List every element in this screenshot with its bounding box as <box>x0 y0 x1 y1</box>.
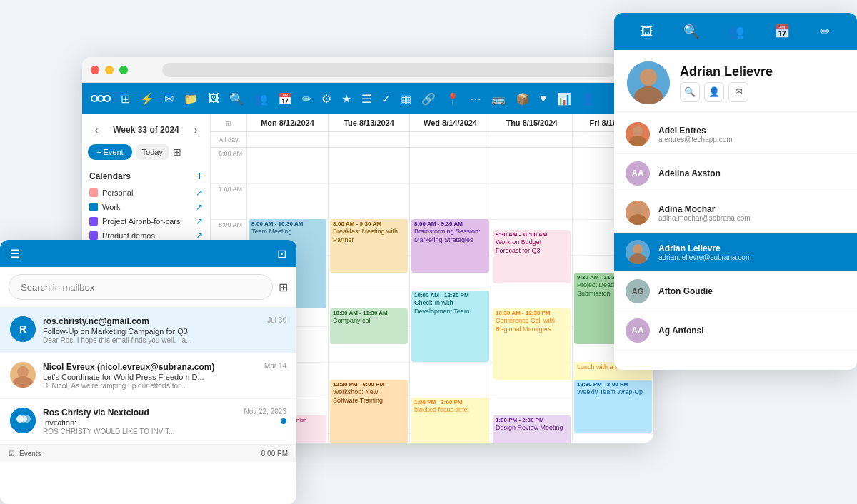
work-calendar-link[interactable]: ↗ <box>196 202 203 212</box>
email-item-2[interactable]: Nicol Evreux (nicol.evreux@subrana.com) … <box>0 353 296 399</box>
event-workshop[interactable]: 12:30 PM - 6:00 PM Workshop: New Softwar… <box>330 380 408 443</box>
day-column-wed: 8:00 AM - 9:30 AM Brainstorming Session:… <box>409 148 491 443</box>
email-menu-icon[interactable]: ☰ <box>7 244 23 263</box>
prev-week-button[interactable]: ‹ <box>89 123 104 137</box>
toolbar-contacts-icon[interactable]: 👥 <box>254 92 268 106</box>
product-calendar-check[interactable] <box>89 231 98 240</box>
event-company-call[interactable]: 10:30 AM - 11:30 AM Company call <box>330 308 408 344</box>
contact-info-adina: Adina Mochar adina.mochar@sobrana.com <box>658 204 846 222</box>
contact-item-ag[interactable]: AA Ag Anfonsi <box>614 311 857 351</box>
svg-point-0 <box>17 366 29 378</box>
address-bar <box>162 63 616 77</box>
toolbar-apps-icon[interactable]: ⊞ <box>121 92 130 106</box>
toolbar-box-icon[interactable]: 📦 <box>516 92 530 106</box>
toolbar-link-icon[interactable]: 🔗 <box>421 92 436 106</box>
email-meta-3: Nov 22, 2023 <box>244 408 287 424</box>
toolbar-calendar-icon[interactable]: 📅 <box>278 92 292 106</box>
all-day-cell-tue[interactable] <box>328 132 409 147</box>
all-day-cell-wed[interactable] <box>409 132 491 147</box>
event-brainstorming[interactable]: 8:00 AM - 9:30 AM Brainstorming Session:… <box>411 219 489 273</box>
toolbar-tasks-icon[interactable]: ⚙ <box>321 92 331 106</box>
today-button[interactable]: Today <box>136 144 169 160</box>
event-budget-forecast[interactable]: 8:30 AM - 10:00 AM Work on Budget Foreca… <box>493 230 571 283</box>
toolbar-mail-icon[interactable]: ✉ <box>164 92 174 106</box>
contact-actions: 🔍 👤 ✉ <box>680 82 773 102</box>
contact-item-adelina[interactable]: AA Adelina Axston <box>614 154 857 193</box>
day-header-mon: Mon 8/12/2024 <box>246 114 328 131</box>
contacts-people-icon[interactable]: 👥 <box>728 24 744 39</box>
toolbar-bus-icon[interactable]: 🚌 <box>491 92 506 106</box>
email-meta-1: Jul 30 <box>267 316 286 324</box>
toolbar-search-icon[interactable]: 🔍 <box>229 92 244 106</box>
contact-search-button[interactable]: 🔍 <box>680 82 700 102</box>
email-search-input[interactable] <box>9 274 273 300</box>
email-avatar-3 <box>10 408 36 433</box>
project-calendar-check[interactable] <box>89 217 98 226</box>
toolbar-more-icon[interactable]: ⋯ <box>470 92 481 106</box>
product-calendar-link[interactable]: ↗ <box>196 231 203 241</box>
event-conference-call[interactable]: 10:30 AM - 12:30 PM Conference Call with… <box>493 308 571 380</box>
email-item-1[interactable]: R ros.christy.nc@gmail.com Follow-Up on … <box>0 308 296 353</box>
toolbar-files-icon[interactable]: 📁 <box>184 92 198 106</box>
all-day-cell-thu[interactable] <box>491 132 572 147</box>
toolbar-user-icon[interactable]: 👤 <box>581 92 596 106</box>
calendar-day-headers: ⊞ Mon 8/12/2024 Tue 8/13/2024 Wed 8/14/2… <box>211 114 653 132</box>
email-subject-3: Invitation: <box>43 418 237 427</box>
contact-item-adina[interactable]: Adina Mochar adina.mochar@sobrana.com <box>614 193 857 233</box>
logo-circle-3 <box>104 95 111 102</box>
email-search-bar: ⊞ <box>0 267 296 308</box>
day-column-tue: 8:00 AM - 9:30 AM Breakfast Meeting with… <box>328 148 409 443</box>
contact-email-button[interactable]: ✉ <box>728 82 748 102</box>
svg-point-17 <box>633 244 643 254</box>
event-breakfast-meeting[interactable]: 8:00 AM - 9:30 AM Breakfast Meeting with… <box>330 219 408 273</box>
close-dot[interactable] <box>91 66 99 74</box>
personal-calendar-check[interactable] <box>89 188 98 197</box>
view-toggle-button[interactable]: ⊞ <box>173 146 181 158</box>
maximize-dot[interactable] <box>119 66 128 74</box>
new-event-button[interactable]: + Event <box>88 144 132 160</box>
contact-name: Adrian Lelievre <box>680 64 773 79</box>
event-checkin-dev[interactable]: 10:00 AM - 12:30 PM Check-In with Develo… <box>411 291 489 362</box>
toolbar-location-icon[interactable]: 📍 <box>446 92 460 106</box>
contacts-photos-icon[interactable]: 🖼 <box>641 24 653 39</box>
toolbar-photos-icon[interactable]: 🖼 <box>208 92 219 105</box>
work-calendar-check[interactable] <box>89 203 98 211</box>
toolbar-list-icon[interactable]: ☰ <box>361 92 371 106</box>
next-week-button[interactable]: › <box>189 123 203 137</box>
event-weekly-wrapup[interactable]: 12:30 PM - 3:00 PM Weekly Team Wrap-Up <box>574 380 652 433</box>
email-subject-1: Follow-Up on Marketing Campaign for Q3 <box>43 327 260 336</box>
email-from-2: Nicol Evreux (nicol.evreux@subrana.com) <box>43 362 257 372</box>
email-filter-icon[interactable]: ⊞ <box>279 281 288 294</box>
email-expand-icon[interactable]: ⊡ <box>274 244 289 263</box>
contact-item-adrian[interactable]: Adrian Lelievre adrian.lelievre@subrana.… <box>614 233 857 272</box>
all-day-cell-mon[interactable] <box>246 132 328 147</box>
contact-avatar-adina <box>626 201 650 225</box>
email-meta-2: Mar 14 <box>264 362 286 370</box>
toolbar-edit-icon[interactable]: ✏ <box>302 92 311 106</box>
contact-item-adel[interactable]: Adel Entres a.entres@techapp.com <box>614 115 857 154</box>
email-unread-dot <box>281 418 286 424</box>
contact-avatar-adrian <box>626 240 650 264</box>
personal-calendar-link[interactable]: ↗ <box>196 188 203 198</box>
toolbar-chart-icon[interactable]: 📊 <box>557 92 571 106</box>
project-calendar-link[interactable]: ↗ <box>196 216 203 226</box>
toolbar-check-icon[interactable]: ✓ <box>381 92 391 106</box>
event-blocked-focus[interactable]: 1:00 PM - 3:00 PM blocked focus time! <box>411 398 489 443</box>
contacts-edit-icon[interactable]: ✏ <box>820 24 831 39</box>
email-item-3[interactable]: Ros Christy via Nextcloud Invitation: RO… <box>0 399 296 445</box>
contact-person-button[interactable]: 👤 <box>704 82 724 102</box>
toolbar-lightning-icon[interactable]: ⚡ <box>140 92 154 106</box>
contact-list: Adel Entres a.entres@techapp.com AA Adel… <box>614 115 857 351</box>
toolbar-heart-icon[interactable]: ♥ <box>540 92 547 105</box>
contacts-search-icon[interactable]: 🔍 <box>683 24 699 39</box>
add-calendar-button[interactable]: + <box>196 170 203 183</box>
contact-item-afton[interactable]: AG Afton Goudie <box>614 272 857 311</box>
email-footer: ☑ Events 8:00 PM <box>0 445 296 462</box>
contact-info-adelina: Adelina Axston <box>658 168 846 178</box>
toolbar-table-icon[interactable]: ▦ <box>401 92 411 106</box>
toolbar-star-icon[interactable]: ★ <box>341 92 351 106</box>
svg-point-14 <box>633 205 643 215</box>
contacts-calendar-icon[interactable]: 📅 <box>774 24 790 39</box>
event-design-review[interactable]: 1:00 PM - 2:30 PM Design Review Meeting <box>493 415 571 443</box>
minimize-dot[interactable] <box>105 66 114 74</box>
